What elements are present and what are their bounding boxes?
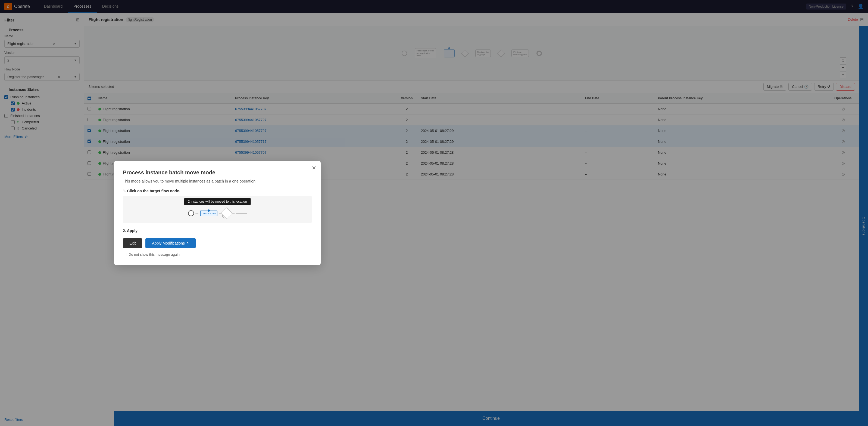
apply-cursor-icon: ↖ xyxy=(186,241,189,245)
modal-step1-label: 1. Click on the target flow node. xyxy=(123,189,312,193)
modal-title: Process instance batch move mode xyxy=(123,169,312,176)
apply-label: Apply Modifications xyxy=(152,241,185,245)
mini-start-event xyxy=(188,210,194,216)
modal-buttons: Exit Apply Modifications ↖ xyxy=(123,238,312,248)
move-tooltip: 2 instances will be moved to this locati… xyxy=(184,198,251,205)
dont-show-label: Do not show this message again xyxy=(128,252,180,257)
mini-flow xyxy=(236,213,247,214)
batch-move-modal: ✕ Process instance batch move mode This … xyxy=(114,161,321,265)
modal-diagram: 2 instances will be moved to this locati… xyxy=(123,196,312,223)
mini-selected-task[interactable]: Check the task xyxy=(200,210,218,216)
dont-show-row[interactable]: Do not show this message again xyxy=(123,252,312,257)
dont-show-checkbox[interactable] xyxy=(123,253,126,256)
modal-description: This mode allows you to move multiple in… xyxy=(123,179,312,183)
modal-close-button[interactable]: ✕ xyxy=(312,165,316,171)
modal-overlay: ✕ Process instance batch move mode This … xyxy=(0,0,868,426)
exit-button[interactable]: Exit xyxy=(123,238,142,248)
modal-step2-label: 2. Apply xyxy=(123,228,312,233)
mini-arrow-1: → xyxy=(194,210,199,216)
mini-diagram: → Check the task → → xyxy=(188,210,247,217)
apply-modifications-button[interactable]: Apply Modifications ↖ xyxy=(145,238,196,248)
cursor-icon: ↖ xyxy=(221,214,225,220)
